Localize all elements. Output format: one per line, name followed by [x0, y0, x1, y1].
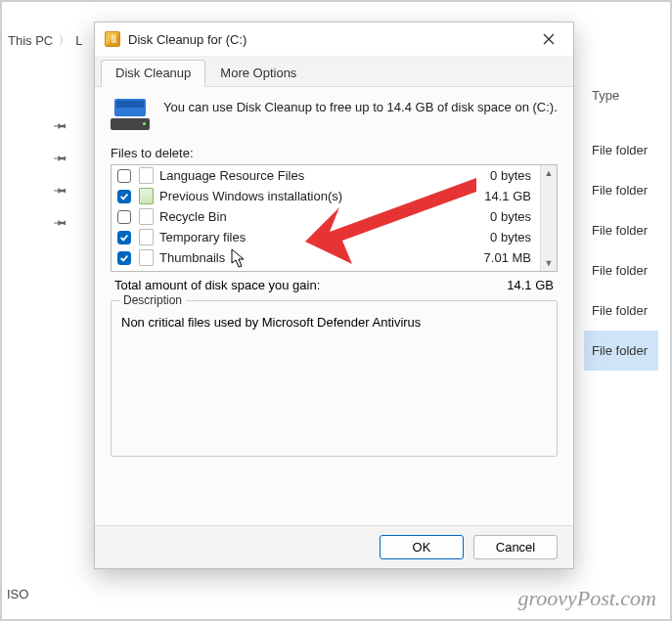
description-group: Description Non critical files used by M…	[111, 300, 558, 457]
tab-disk-cleanup[interactable]: Disk Cleanup	[101, 60, 205, 86]
scroll-down-icon[interactable]: ▼	[545, 255, 554, 271]
files-to-delete-label: Files to delete:	[111, 146, 558, 160]
checkbox[interactable]	[117, 169, 131, 183]
disk-cleanup-dialog: Disk Cleanup for (C:) Disk Cleanup More …	[94, 22, 574, 569]
watermark: groovyPost.com	[517, 586, 656, 611]
pin-icon	[55, 152, 68, 168]
total-row: Total amount of disk space you gain: 14.…	[111, 272, 558, 294]
sidebar-quick-access	[55, 119, 68, 233]
dialog-title: Disk Cleanup for (C:)	[128, 32, 530, 47]
close-icon	[543, 33, 555, 45]
intro-text: You can use Disk Cleanup to free up to 1…	[163, 99, 558, 134]
dialog-footer: OK Cancel	[95, 525, 573, 568]
pin-icon	[55, 216, 68, 233]
file-label: Recycle Bin	[159, 209, 490, 224]
file-row[interactable]: Recycle Bin0 bytes	[112, 206, 557, 227]
file-row[interactable]: Temporary files0 bytes	[112, 227, 557, 247]
scrollbar[interactable]: ▲ ▼	[540, 165, 557, 271]
document-icon	[139, 167, 154, 184]
total-value: 14.1 GB	[507, 278, 554, 292]
explorer-type-column: Type File folder File folder File folder…	[592, 88, 658, 371]
total-label: Total amount of disk space you gain:	[114, 278, 507, 292]
tab-more-options[interactable]: More Options	[205, 60, 311, 86]
tabstrip: Disk Cleanup More Options	[95, 56, 573, 87]
file-label: Previous Windows installation(s)	[159, 189, 484, 203]
file-row[interactable]: Previous Windows installation(s)14.1 GB	[112, 186, 557, 206]
files-listbox[interactable]: Language Resource Files0 bytesPrevious W…	[111, 164, 558, 272]
list-item[interactable]: File folder	[592, 250, 658, 290]
description-legend: Description	[119, 293, 186, 307]
checkbox[interactable]	[117, 190, 131, 203]
pin-icon	[55, 184, 68, 200]
titlebar[interactable]: Disk Cleanup for (C:)	[95, 22, 573, 56]
close-button[interactable]	[530, 22, 567, 56]
list-item[interactable]: File folder	[592, 210, 658, 250]
document-icon	[139, 229, 154, 245]
checkbox[interactable]	[117, 251, 131, 265]
file-row[interactable]: Language Resource Files0 bytes	[112, 165, 557, 186]
list-item[interactable]: File folder	[584, 331, 658, 371]
file-label: Language Resource Files	[159, 168, 490, 183]
file-label: Thumbnails	[159, 250, 484, 265]
drive-icon	[111, 99, 150, 134]
checkbox[interactable]	[117, 210, 131, 224]
ok-button[interactable]: OK	[380, 535, 464, 559]
breadcrumb[interactable]: This PC 〉 L	[8, 33, 82, 48]
scroll-up-icon[interactable]: ▲	[545, 165, 554, 181]
document-icon	[139, 249, 154, 266]
file-row[interactable]: Thumbnails7.01 MB	[112, 247, 557, 268]
checkbox[interactable]	[117, 231, 131, 244]
list-item[interactable]: File folder	[592, 170, 658, 210]
pin-icon	[55, 119, 68, 136]
disk-cleanup-icon	[105, 31, 120, 47]
chevron-right-icon: 〉	[59, 33, 69, 48]
breadcrumb-level1[interactable]: This PC	[8, 33, 53, 48]
cancel-button[interactable]: Cancel	[473, 535, 558, 559]
breadcrumb-level2[interactable]: L	[75, 33, 82, 48]
column-header-type[interactable]: Type	[592, 88, 658, 103]
list-item[interactable]: File folder	[592, 130, 658, 170]
description-text: Non critical files used by Microsoft Def…	[121, 315, 547, 330]
sidebar-item-truncated[interactable]: ISO	[7, 587, 28, 601]
windows-install-icon	[139, 188, 154, 204]
dialog-body: You can use Disk Cleanup to free up to 1…	[95, 87, 573, 525]
document-icon	[139, 208, 154, 225]
file-label: Temporary files	[159, 230, 490, 244]
list-item[interactable]: File folder	[592, 290, 658, 331]
